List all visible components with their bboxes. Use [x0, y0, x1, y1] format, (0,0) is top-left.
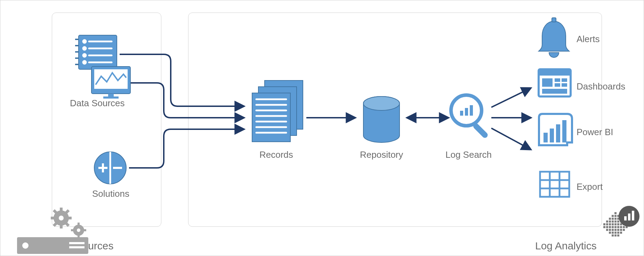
svg-rect-91 [617, 220, 619, 223]
svg-rect-105 [609, 226, 611, 228]
svg-rect-93 [623, 220, 625, 223]
svg-rect-88 [609, 220, 611, 223]
svg-rect-102 [626, 223, 628, 225]
svg-rect-104 [606, 226, 608, 228]
svg-rect-111 [626, 226, 628, 228]
label-log-search: Log Search [445, 149, 492, 160]
label-data-sources: Data Sources [70, 98, 125, 109]
log-analytics-icon [603, 206, 639, 236]
svg-rect-82 [609, 218, 611, 220]
label-records: Records [259, 149, 293, 160]
svg-rect-95 [606, 223, 608, 225]
svg-rect-80 [614, 215, 617, 217]
svg-rect-96 [609, 223, 611, 225]
svg-rect-124 [612, 234, 614, 236]
svg-rect-85 [617, 218, 619, 220]
svg-rect-108 [617, 226, 619, 228]
label-solutions: Solutions [92, 188, 129, 199]
label-repository: Repository [360, 149, 403, 160]
svg-point-127 [619, 206, 639, 227]
svg-rect-115 [614, 229, 617, 231]
svg-rect-126 [617, 234, 619, 236]
svg-rect-97 [612, 223, 614, 225]
svg-rect-37 [71, 229, 74, 231]
svg-rect-128 [624, 216, 627, 220]
svg-rect-79 [612, 215, 614, 217]
label-powerbi: Power BI [577, 127, 613, 138]
svg-rect-130 [632, 211, 634, 220]
svg-rect-110 [623, 226, 625, 228]
svg-rect-114 [612, 229, 614, 231]
svg-rect-112 [606, 229, 608, 231]
svg-point-34 [77, 228, 80, 232]
label-log-analytics: Log Analytics [535, 240, 597, 252]
svg-rect-123 [620, 232, 622, 234]
svg-rect-119 [609, 232, 611, 234]
svg-rect-92 [620, 220, 622, 223]
svg-rect-107 [614, 226, 617, 228]
svg-rect-81 [617, 215, 619, 217]
label-connected-sources: Connected Sources [22, 240, 114, 252]
svg-rect-100 [620, 223, 622, 225]
svg-rect-38 [83, 229, 86, 231]
svg-rect-129 [628, 214, 630, 220]
svg-rect-99 [617, 223, 619, 225]
svg-rect-118 [623, 229, 625, 231]
svg-rect-86 [620, 218, 622, 220]
svg-rect-121 [614, 232, 617, 234]
label-dashboards: Dashboards [577, 81, 625, 92]
svg-rect-113 [609, 229, 611, 231]
label-alerts: Alerts [577, 34, 599, 45]
diagram-canvas: Connected Sources Data Sources Solutions… [0, 0, 644, 256]
panel-log-analytics [188, 13, 602, 227]
svg-rect-106 [612, 226, 614, 228]
svg-rect-101 [623, 223, 625, 225]
svg-rect-116 [617, 229, 619, 231]
svg-rect-117 [620, 229, 622, 231]
label-export: Export [577, 181, 603, 192]
svg-rect-83 [612, 218, 614, 220]
svg-rect-84 [614, 218, 617, 220]
svg-rect-87 [606, 220, 608, 223]
svg-rect-89 [612, 220, 614, 223]
svg-rect-120 [612, 232, 614, 234]
svg-rect-103 [603, 226, 605, 228]
svg-rect-94 [603, 223, 605, 225]
svg-rect-90 [614, 220, 617, 223]
svg-rect-36 [78, 235, 80, 238]
svg-rect-125 [614, 234, 617, 236]
svg-rect-78 [614, 212, 617, 214]
svg-rect-98 [614, 223, 617, 225]
svg-rect-122 [617, 232, 619, 234]
svg-rect-109 [620, 226, 622, 228]
